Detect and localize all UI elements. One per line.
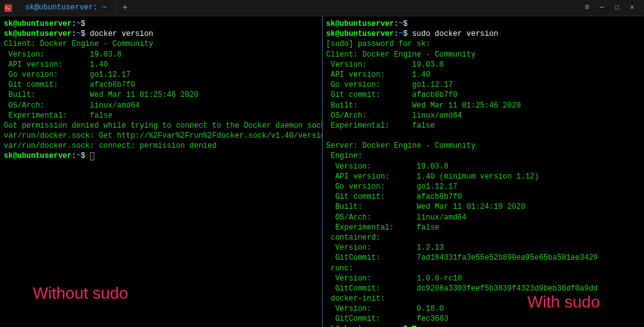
terminal-app-icon [0,0,16,16]
cursor-icon [90,152,94,160]
kv-line: Experimental: false [326,121,641,131]
new-tab-button[interactable]: + [116,0,134,16]
tab-active[interactable]: sk@ubuntuserver: ~ [16,0,116,16]
kv-line: Version: 19.03.8 [326,162,641,172]
kv-line: Experimental: false [326,223,641,233]
kv-line: OS/Arch: linux/amd64 [326,111,641,121]
kv-line: Go version: go1.12.17 [4,70,318,80]
prompt-line-idle: sk@ubuntuserver:~$ [326,324,641,327]
kv-line: Go version: go1.12.17 [326,182,641,192]
kv-line: API version: 1.40 [4,60,318,70]
kv-line: Version: 19.03.8 [4,50,318,60]
client-header: Client: Docker Engine - Community [4,39,318,49]
containerd-label: containerd: [326,233,641,243]
pane-left[interactable]: sk@ubuntuserver:~$ sk@ubuntuserver:~$ do… [0,16,323,327]
window-controls: ≡ — ☐ ✕ [575,3,644,13]
split-icon[interactable]: ≡ [582,3,591,13]
sudo-password-prompt: [sudo] password for sk: [326,39,641,49]
tab-region: sk@ubuntuserver: ~ + [0,0,134,16]
pane-right[interactable]: sk@ubuntuserver:~$ sk@ubuntuserver:~$ su… [323,16,645,327]
client-header: Client: Docker Engine - Community [326,50,641,60]
kv-line: GitCommit: fec3683 [326,314,641,324]
svg-rect-0 [4,4,12,12]
kv-line: OS/Arch: linux/amd64 [326,213,641,223]
kv-line: Built: Wed Mar 11 01:25:46 2020 [326,101,641,111]
kv-line: Version: 1.2.13 [326,243,641,253]
minimize-icon[interactable]: — [597,3,606,13]
kv-line: Git commit: afacb8b7f0 [326,192,641,202]
prompt-line: sk@ubuntuserver:~$ [4,19,318,29]
titlebar: sk@ubuntuserver: ~ + ≡ — ☐ ✕ [0,0,644,16]
prompt-line: sk@ubuntuserver:~$ docker version [4,29,318,39]
close-icon[interactable]: ✕ [628,3,636,13]
kv-line: Git commit: afacb8b7f0 [326,90,641,100]
kv-line: Experimental: false [4,111,318,121]
kv-line: Version: 1.0.0-rc10 [326,274,641,284]
tab-title: sk@ubuntuserver: ~ [25,3,107,13]
prompt-line: sk@ubuntuserver:~$ sudo docker version [326,29,641,39]
kv-line: Git commit: afacb8b7f0 [4,80,318,90]
kv-line: Built: Wed Mar 11 01:24:19 2020 [326,202,641,212]
prompt-line: sk@ubuntuserver:~$ [326,19,641,29]
error-line: var/run/docker.sock: connect: permission… [4,141,318,151]
kv-line: API version: 1.40 [326,70,641,80]
caption-with-sudo: With sudo [527,291,600,313]
server-header: Server: Docker Engine - Community [326,141,641,151]
kv-line: OS/Arch: linux/amd64 [4,101,318,111]
kv-line: API version: 1.40 (minimum version 1.12) [326,172,641,182]
prompt-line-idle: sk@ubuntuserver:~$ [4,151,318,161]
kv-line: Go version: go1.12.17 [326,80,641,90]
panes-container: sk@ubuntuserver:~$ sk@ubuntuserver:~$ do… [0,16,644,327]
kv-line: Version: 19.03.8 [326,60,641,70]
error-line: var/run/docker.sock: Get http://%2Fvar%2… [4,131,318,141]
kv-line: Built: Wed Mar 11 01:25:46 2020 [4,90,318,100]
maximize-icon[interactable]: ☐ [613,3,621,13]
engine-label: Engine: [326,151,641,161]
blank-line [326,131,641,141]
runc-label: runc: [326,263,641,274]
caption-without-sudo: Without sudo [33,282,128,304]
error-line: Got permission denied while trying to co… [4,121,318,131]
kv-line: GitCommit: 7ad184331fa3e55e52b890ea95e65… [326,253,641,263]
